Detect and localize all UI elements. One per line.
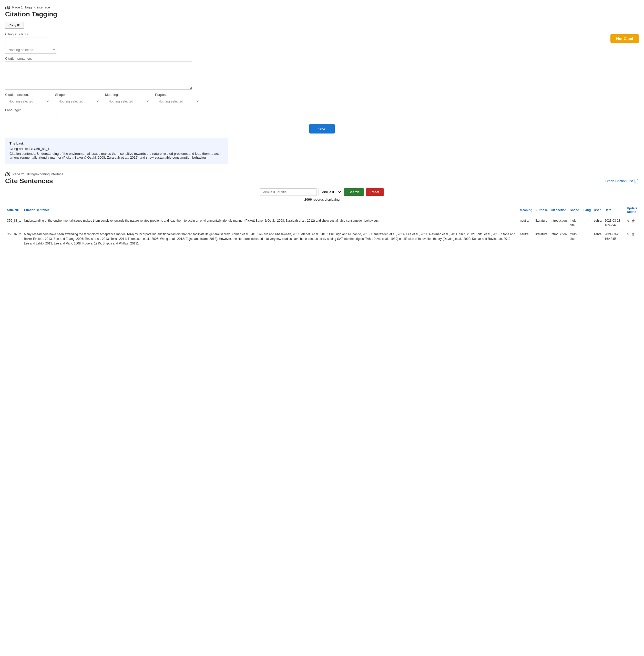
cell-citation-sentence: Many researchers have been extending the… <box>22 230 518 248</box>
cell-meaning: neutral <box>519 216 534 230</box>
col-citation-sentence: Citation sentence <box>22 205 518 216</box>
copy-id-button[interactable]: Copy ID <box>5 22 24 29</box>
cell-user: zehra <box>592 216 603 230</box>
purpose-label: Purpose: <box>155 93 200 97</box>
part-a-header: (a) Page 1: Tagging interface <box>5 5 639 10</box>
reset-button[interactable]: Reset <box>366 188 384 196</box>
save-button[interactable]: Save <box>309 124 335 134</box>
shape-label: Shape: <box>55 93 100 97</box>
part-a-section: (a) Page 1: Tagging interface Citation T… <box>5 5 639 164</box>
citation-sentence-textarea[interactable] <box>5 62 192 90</box>
cell-lang <box>582 216 593 230</box>
export-citation-label: Export Citation List <box>605 179 633 183</box>
table-row: C55_87_2 Many researchers have been exte… <box>5 230 639 248</box>
col-lang: Lang <box>582 205 593 216</box>
cell-citation-sentence: Understanding of the environmental issue… <box>22 216 518 230</box>
cell-date: 2021-03-28 16:48:55 <box>603 230 625 248</box>
part-a-marker: (a) <box>5 5 10 10</box>
cell-date: 2021-03-28 16:49:42 <box>603 216 625 230</box>
col-purpose: Purpose <box>534 205 549 216</box>
records-count: 2096 records displaying <box>5 197 639 202</box>
part-b-title: Cite Sentences <box>5 177 53 185</box>
purpose-dropdown[interactable]: Nothing selected <box>155 98 200 105</box>
not-cited-button[interactable]: Not Cited <box>611 34 639 43</box>
shape-dropdown[interactable]: Nothing selected <box>55 98 100 105</box>
cell-article-id: C55_87_2 <box>5 230 22 248</box>
citing-id-label: Citing article ID: <box>5 32 46 36</box>
citing-id-input[interactable] <box>5 37 46 44</box>
search-type-select[interactable]: Article ID Title <box>319 188 342 196</box>
language-group: Language: <box>5 108 639 120</box>
export-icon: 📄 <box>634 179 639 184</box>
citation-section-dropdown[interactable]: Nothing selected <box>5 98 50 105</box>
col-shape: Shape <box>568 205 582 216</box>
last-citation-sentence: Citation sentence: Understanding of the … <box>9 152 224 159</box>
dropdowns-row: Citation section: Nothing selected Shape… <box>5 93 639 105</box>
col-date: Date <box>603 205 625 216</box>
cell-meaning: neutral <box>519 230 534 248</box>
col-meaning: Meaning <box>519 205 534 216</box>
part-b-header: (b) Page 2: Editing/exporting interface <box>5 172 639 177</box>
citations-table: ArticleID Citation sentence Meaning Purp… <box>5 205 639 248</box>
cell-cit-section: introduction <box>549 230 568 248</box>
edit-icon[interactable]: ✎ <box>627 232 630 237</box>
cell-purpose: literature <box>534 216 549 230</box>
citing-article-dropdown-group: Nothing selected <box>5 46 639 53</box>
meaning-group: Meaning: Nothing selected <box>105 93 150 105</box>
part-a-page-label: Page 1: Tagging interface <box>12 5 50 9</box>
citing-article-dropdown[interactable]: Nothing selected <box>5 46 56 53</box>
citation-section-label: Citation section: <box>5 93 50 97</box>
part-b-page-label: Page 2: Editing/exporting interface <box>12 172 63 176</box>
part-a-title: Citation Tagging <box>5 10 639 18</box>
cell-actions: ✎ 🗑 <box>625 216 639 230</box>
cell-cit-section: introduction <box>549 216 568 230</box>
citation-section-group: Citation section: Nothing selected <box>5 93 50 105</box>
search-button[interactable]: Search <box>344 188 364 196</box>
language-input[interactable] <box>5 113 56 120</box>
col-article-id: ArticleID <box>5 205 22 216</box>
cell-user: zehra <box>592 230 603 248</box>
records-number: 2096 <box>304 197 312 202</box>
delete-icon[interactable]: 🗑 <box>631 218 635 224</box>
purpose-group: Purpose: Nothing selected <box>155 93 200 105</box>
export-citation-link[interactable]: Export Citation List 📄 <box>605 179 639 184</box>
cell-shape: multi-cite <box>568 230 582 248</box>
records-label: records displaying <box>313 197 340 202</box>
meaning-label: Meaning: <box>105 93 150 97</box>
last-citing-id: Citing article ID: C55_88_1 <box>9 147 224 151</box>
cell-purpose: literature <box>534 230 549 248</box>
part-b-section: (b) Page 2: Editing/exporting interface … <box>5 172 639 248</box>
col-cit-section: Cit.section <box>549 205 568 216</box>
citation-sentence-label: Citation sentence: <box>5 56 192 61</box>
edit-icon[interactable]: ✎ <box>627 218 630 224</box>
search-input[interactable] <box>260 188 317 196</box>
table-row: C55_88_1 Understanding of the environmen… <box>5 216 639 230</box>
delete-icon[interactable]: 🗑 <box>631 232 635 237</box>
shape-group: Shape: Nothing selected <box>55 93 100 105</box>
citing-id-group: Citing article ID: <box>5 32 46 44</box>
last-section-title: The Last: <box>9 141 224 145</box>
table-header: ArticleID Citation sentence Meaning Purp… <box>5 205 639 216</box>
citation-sentence-group: Citation sentence: <box>5 56 192 90</box>
search-bar: Article ID Title Search Reset <box>5 188 639 196</box>
citing-article-row: Citing article ID: Not Cited <box>5 32 639 44</box>
language-label: Language: <box>5 108 639 112</box>
col-user: User <box>592 205 603 216</box>
part-b-marker: (b) <box>5 172 10 177</box>
cell-actions: ✎ 🗑 <box>625 230 639 248</box>
col-actions: UpdateDelete <box>625 205 639 216</box>
cell-shape: multi-cite <box>568 216 582 230</box>
cell-lang <box>582 230 593 248</box>
cell-article-id: C55_88_1 <box>5 216 22 230</box>
cite-sentences-header: Cite Sentences Export Citation List 📄 <box>5 177 639 185</box>
table-body: C55_88_1 Understanding of the environmen… <box>5 216 639 248</box>
meaning-dropdown[interactable]: Nothing selected <box>105 98 150 105</box>
last-section: The Last: Citing article ID: C55_88_1 Ci… <box>5 138 228 164</box>
